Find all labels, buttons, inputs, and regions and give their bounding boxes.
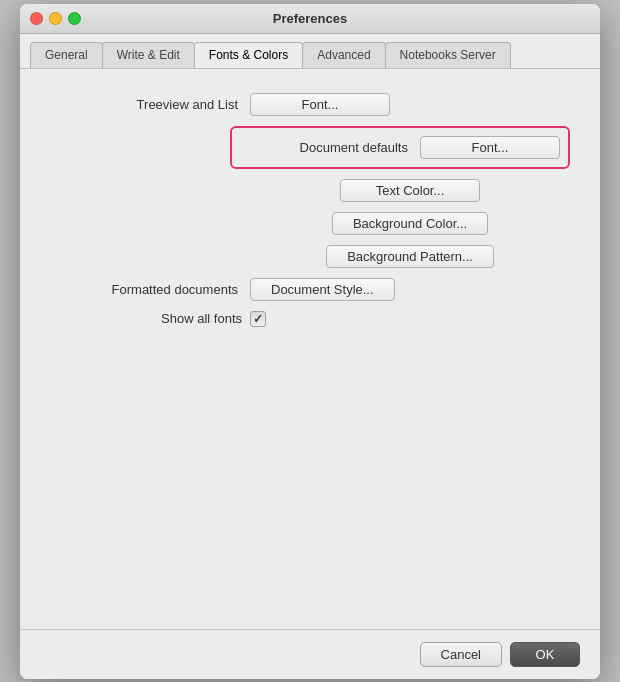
show-all-fonts-row: Show all fonts <box>50 311 570 327</box>
treeview-label: Treeview and List <box>50 97 250 112</box>
maximize-button[interactable] <box>68 12 81 25</box>
minimize-button[interactable] <box>49 12 62 25</box>
cancel-button[interactable]: Cancel <box>420 642 502 667</box>
tab-general[interactable]: General <box>30 42 103 68</box>
document-defaults-font-button[interactable]: Font... <box>420 136 560 159</box>
close-button[interactable] <box>30 12 43 25</box>
treeview-font-button[interactable]: Font... <box>250 93 390 116</box>
formatted-documents-label: Formatted documents <box>50 282 250 297</box>
window-title: Preferences <box>273 11 347 26</box>
ok-button[interactable]: OK <box>510 642 580 667</box>
tab-advanced[interactable]: Advanced <box>302 42 385 68</box>
background-pattern-button[interactable]: Background Pattern... <box>326 245 494 268</box>
text-color-button[interactable]: Text Color... <box>340 179 480 202</box>
content-area: Treeview and List Font... Document defau… <box>20 69 600 629</box>
formatted-documents-row: Formatted documents Document Style... <box>50 278 570 301</box>
footer: Cancel OK <box>20 629 600 679</box>
tab-bar: General Write & Edit Fonts & Colors Adva… <box>20 34 600 69</box>
title-bar: Preferences <box>20 4 600 34</box>
tab-notebooks-server[interactable]: Notebooks Server <box>385 42 511 68</box>
traffic-lights <box>30 12 81 25</box>
preferences-window: Preferences General Write & Edit Fonts &… <box>20 4 600 679</box>
tab-fonts-colors[interactable]: Fonts & Colors <box>194 42 303 68</box>
treeview-row: Treeview and List Font... <box>50 93 570 116</box>
document-defaults-section: Document defaults Font... <box>230 126 570 169</box>
document-defaults-row: Document defaults Font... <box>50 126 570 169</box>
tab-write-edit[interactable]: Write & Edit <box>102 42 195 68</box>
show-all-fonts-checkbox[interactable] <box>250 311 266 327</box>
document-defaults-label: Document defaults <box>240 140 420 155</box>
color-buttons-group: Text Color... Background Color... Backgr… <box>250 179 570 268</box>
show-all-fonts-label: Show all fonts <box>50 311 250 326</box>
document-style-button[interactable]: Document Style... <box>250 278 395 301</box>
background-color-button[interactable]: Background Color... <box>332 212 488 235</box>
